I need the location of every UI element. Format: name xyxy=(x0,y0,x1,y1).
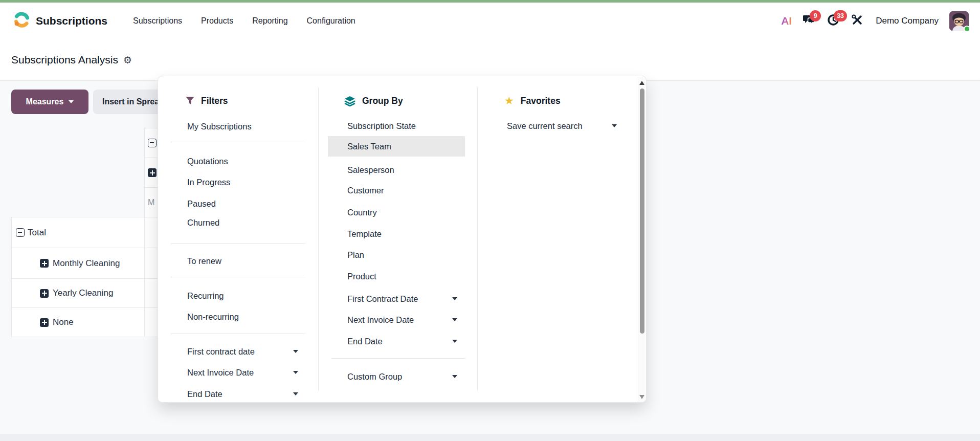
scroll-down-arrow-icon[interactable] xyxy=(639,395,644,399)
activities-button[interactable]: 33 xyxy=(827,14,840,28)
filter-item-paused[interactable]: Paused xyxy=(187,193,216,214)
chevron-down-icon[interactable] xyxy=(452,318,457,321)
groupby-item-next-invoice-date[interactable]: Next Invoice Date xyxy=(347,310,414,330)
funnel-icon xyxy=(186,97,194,105)
column-separator xyxy=(318,87,319,390)
groupby-item-subscription-state[interactable]: Subscription State xyxy=(347,116,416,136)
filter-item-end-date[interactable]: End Date xyxy=(187,384,222,404)
pivot-row-total[interactable]: Total xyxy=(12,217,144,248)
filter-item-to-renew[interactable]: To renew xyxy=(187,251,221,271)
row-label: None xyxy=(53,317,74,327)
pivot-row-yearly-cleaning[interactable]: Yearly Cleaning xyxy=(12,279,144,308)
filter-item-churned[interactable]: Churned xyxy=(187,212,219,233)
pivot-row-none[interactable]: None xyxy=(12,308,144,337)
expand-icon xyxy=(40,289,49,298)
expand-icon xyxy=(40,259,49,268)
search-dropdown-panel: Filters My Subscriptions Quotations In P… xyxy=(158,76,647,403)
menu-item-subscriptions[interactable]: Subscriptions xyxy=(132,13,183,29)
groupby-item-template[interactable]: Template xyxy=(347,224,382,244)
groupby-item-end-date[interactable]: End Date xyxy=(347,331,383,351)
app-logo-icon[interactable] xyxy=(11,10,32,30)
collapse-icon xyxy=(16,228,25,237)
expand-icon xyxy=(40,318,49,327)
menu-item-configuration[interactable]: Configuration xyxy=(306,13,357,29)
row-label: Yearly Cleaning xyxy=(53,288,113,298)
odoo-subscriptions-app: Subscriptions Subscriptions Products Rep… xyxy=(0,0,980,441)
company-name[interactable]: Demo Company xyxy=(876,16,939,26)
messages-button[interactable]: 9 xyxy=(803,14,816,28)
bottom-edge-strip xyxy=(0,434,980,441)
pivot-row-monthly-cleaning[interactable]: Monthly Cleaning xyxy=(12,248,144,279)
menu-item-products[interactable]: Products xyxy=(200,13,234,29)
column-separator xyxy=(477,87,478,390)
measure-header-label: M xyxy=(148,198,154,207)
online-status-dot xyxy=(964,26,970,32)
group-by-section-header: Group By xyxy=(344,91,403,111)
groupby-item-plan[interactable]: Plan xyxy=(347,245,364,265)
layers-icon xyxy=(344,96,355,106)
chevron-down-icon[interactable] xyxy=(293,371,298,374)
row-label: Monthly Cleaning xyxy=(53,258,120,269)
control-panel: Subscriptions Analysis ⚙ xyxy=(0,39,980,81)
panel-scrollbar-track[interactable] xyxy=(638,77,645,402)
star-icon: ★ xyxy=(504,96,514,106)
top-navbar: Subscriptions Subscriptions Products Rep… xyxy=(0,3,980,39)
filter-item-quotations[interactable]: Quotations xyxy=(187,151,228,171)
caret-down-icon xyxy=(69,100,74,103)
measures-label: Measures xyxy=(26,97,64,106)
panel-scrollbar-thumb[interactable] xyxy=(640,89,644,334)
expand-icon xyxy=(148,168,157,177)
ai-icon[interactable]: AI xyxy=(781,15,792,27)
menu-item-reporting[interactable]: Reporting xyxy=(251,13,288,29)
view-title-row: Subscriptions Analysis ⚙ xyxy=(11,39,132,81)
group-by-title: Group By xyxy=(362,96,403,106)
menu-divider xyxy=(331,358,465,359)
collapse-icon xyxy=(148,139,157,147)
gear-icon[interactable]: ⚙ xyxy=(123,55,132,65)
chevron-down-icon[interactable] xyxy=(452,375,457,378)
systray: AI 9 33 xyxy=(781,3,969,39)
filters-title: Filters xyxy=(201,96,228,106)
favorites-title: Favorites xyxy=(521,96,561,106)
chevron-down-icon[interactable] xyxy=(293,392,298,395)
menu-divider xyxy=(171,244,305,244)
menu-divider xyxy=(171,334,305,334)
chevron-down-icon[interactable] xyxy=(612,124,617,127)
main-menu: Subscriptions Products Reporting Configu… xyxy=(132,3,357,39)
chevron-down-icon[interactable] xyxy=(452,297,457,300)
measures-button[interactable]: Measures xyxy=(11,90,88,114)
groupby-item-customer[interactable]: Customer xyxy=(347,180,384,201)
app-name[interactable]: Subscriptions xyxy=(36,3,107,39)
groupby-item-first-contract-date[interactable]: First Contract Date xyxy=(347,289,418,309)
messages-badge: 9 xyxy=(810,10,821,21)
page-title: Subscriptions Analysis xyxy=(11,54,118,66)
favorites-item-save-current-search[interactable]: Save current search xyxy=(507,116,583,136)
filter-item-recurring[interactable]: Recurring xyxy=(187,285,224,306)
filter-item-first-contract-date[interactable]: First contract date xyxy=(187,341,255,362)
pivot-row-headers: Total Monthly Cleaning Yearly Cleaning N… xyxy=(11,217,144,337)
groupby-item-country[interactable]: Country xyxy=(347,202,377,223)
groupby-item-salesperson[interactable]: Salesperson xyxy=(347,160,394,180)
chevron-down-icon[interactable] xyxy=(293,350,298,353)
groupby-item-custom-group[interactable]: Custom Group xyxy=(347,366,402,387)
favorites-section-header: ★ Favorites xyxy=(504,91,561,111)
user-avatar[interactable] xyxy=(949,11,969,31)
scroll-up-arrow-icon[interactable] xyxy=(639,81,644,85)
filter-item-in-progress[interactable]: In Progress xyxy=(187,172,230,192)
filter-item-next-invoice-date[interactable]: Next Invoice Date xyxy=(187,362,254,383)
menu-divider xyxy=(171,277,305,277)
groupby-item-sales-team[interactable]: Sales Team xyxy=(328,136,465,157)
menu-divider xyxy=(171,142,305,142)
activities-badge: 33 xyxy=(834,10,847,21)
row-label: Total xyxy=(28,228,46,238)
groupby-item-product[interactable]: Product xyxy=(347,266,376,286)
chevron-down-icon[interactable] xyxy=(452,340,457,343)
filter-item-my-subscriptions[interactable]: My Subscriptions xyxy=(187,116,252,137)
tools-icon xyxy=(852,14,863,28)
filter-item-non-recurring[interactable]: Non-recurring xyxy=(187,306,239,327)
filters-section-header: Filters xyxy=(186,91,228,111)
debug-tools-button[interactable] xyxy=(851,14,864,28)
